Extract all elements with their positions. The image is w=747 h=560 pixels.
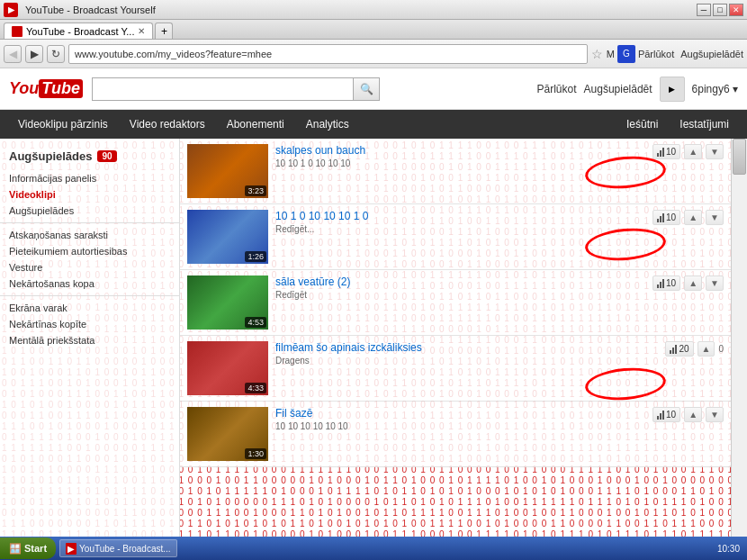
video-thumbnail[interactable]: 4:53	[187, 275, 268, 330]
thumbsdown-button[interactable]: ▼	[706, 144, 724, 159]
video-meta: Redīgēt...	[275, 224, 645, 234]
sidebar: Augšupielādes 90 Informācijas panelis Vi…	[0, 139, 180, 560]
window-controls[interactable]: ─ □ ✕	[697, 4, 743, 16]
sidebar-badge: 90	[97, 150, 116, 162]
taskbar: 🪟 Start ▶ YouTube - Broadcast... 10:30	[0, 537, 747, 560]
sidebar-item-nekartinas[interactable]: Nekārtīnas kopīte	[0, 316, 179, 332]
thumbsdown-button[interactable]: ▼	[706, 407, 724, 422]
tab-close-button[interactable]: ✕	[138, 26, 145, 36]
thumbsdown-button[interactable]: ▼	[706, 210, 724, 225]
thumbsdown-button[interactable]: ▼	[706, 275, 724, 291]
video-row: 4:53 sāla veatūre (2) Redīgēt 10 ▲ ▼	[180, 270, 731, 336]
taskbar-yt-icon: ▶	[66, 543, 76, 555]
sidebar-item-mentala[interactable]: Mentālā priekšstata	[0, 332, 179, 348]
thumbsup-button[interactable]: ▲	[684, 407, 702, 422]
sidebar-item-info[interactable]: Informācijas panelis	[0, 170, 179, 186]
analytics-icon	[657, 148, 664, 157]
nav-video-redaktors[interactable]: Video redaktors	[119, 110, 216, 139]
browser-tab[interactable]: YouTube - Broadcast Y... ✕	[4, 23, 153, 39]
thumbsup-button[interactable]: ▲	[684, 210, 702, 225]
analytics-icon	[657, 411, 664, 420]
video-title[interactable]: sāla veatūre (2)	[275, 275, 645, 288]
browser-icon[interactable]: G	[617, 45, 635, 63]
nav-iestatijumi[interactable]: Iestatījumi	[669, 110, 740, 139]
nav-iesutni[interactable]: Ieśūtni	[616, 110, 669, 139]
sidebar-item-videoklipi[interactable]: Videoklipi	[0, 186, 179, 203]
sidebar-item-ekrana[interactable]: Ekrāna varak	[0, 300, 179, 316]
thumbsup-button[interactable]: ▲	[698, 341, 716, 357]
video-meta: Redīgēt	[275, 290, 645, 300]
video-thumbnail[interactable]: 1:30	[187, 407, 268, 461]
address-bar[interactable]	[68, 44, 588, 64]
thumbsup-button[interactable]: ▲	[684, 275, 702, 291]
video-meta: 10 10 10 10 10 10	[275, 421, 645, 431]
video-title[interactable]: filmēam šo apinais izckāliksies	[275, 341, 658, 354]
video-duration: 1:26	[245, 251, 266, 262]
analytics-button[interactable]: 20	[665, 341, 693, 357]
taskbar-items: ▶ YouTube - Broadcast...	[56, 539, 710, 557]
video-actions: 10 ▲ ▼	[652, 144, 724, 159]
analytics-icon	[657, 279, 664, 288]
youtube-header: You Tube 🔍 Pārlūkot Augšupielādēt ▶ 6pin…	[0, 68, 747, 110]
nav-analytics[interactable]: Analytics	[295, 110, 360, 139]
paarlukot-link[interactable]: Pārlūkot	[537, 83, 577, 95]
video-info: skalpes oun bauch 10 10 1 0 10 10 10	[275, 144, 645, 168]
refresh-button[interactable]: ↻	[47, 45, 65, 63]
analytics-button[interactable]: 10	[652, 275, 680, 291]
sidebar-divider-2	[0, 295, 179, 296]
browser-actions: M G Pārlūkot Augšupielādēt	[607, 45, 743, 63]
video-duration: 4:53	[245, 317, 266, 328]
minimize-button[interactable]: ─	[697, 4, 711, 16]
augsupieladet-link[interactable]: Augšupielādēt	[584, 83, 652, 95]
bookmark-icon[interactable]: ☆	[591, 47, 603, 61]
new-tab-button[interactable]: +	[155, 23, 173, 39]
close-button[interactable]: ✕	[729, 4, 743, 16]
augsupieladet-button[interactable]: Augšupielādēt	[680, 49, 743, 59]
analytics-button[interactable]: 10	[652, 407, 680, 422]
video-thumbnail[interactable]: 4:33	[187, 341, 268, 395]
video-row: 1:30 Fil šazē 10 10 10 10 10 10 10 ▲ ▼	[180, 402, 731, 467]
video-actions: 10 ▲ ▼	[652, 275, 724, 291]
thumbsup-button[interactable]: ▲	[684, 144, 702, 159]
video-duration: 3:23	[245, 185, 266, 196]
analytics-icon	[670, 345, 677, 354]
youtube-logo[interactable]: You Tube	[9, 79, 83, 98]
video-info: sāla veatūre (2) Redīgēt	[275, 275, 645, 300]
taskbar-youtube-item[interactable]: ▶ YouTube - Broadcast...	[59, 539, 177, 557]
sidebar-item-augsupielades[interactable]: Augšupielādes	[0, 203, 179, 219]
video-thumbnail[interactable]: 3:23	[187, 144, 268, 198]
title-bar: ▶ YouTube - Broadcast Yourself ─ □ ✕	[0, 0, 747, 20]
video-title[interactable]: Fil šazē	[275, 407, 645, 420]
sidebar-title: Augšupielādes 90	[0, 146, 179, 170]
nav-videoklipu[interactable]: Videoklipu pārzinis	[7, 110, 119, 139]
search-input[interactable]	[92, 77, 353, 101]
analytics-button[interactable]: 10	[652, 144, 680, 159]
start-icon: 🪟	[9, 543, 22, 555]
forward-button[interactable]: ▶	[25, 45, 43, 63]
start-button[interactable]: 🪟 Start	[0, 537, 56, 559]
sidebar-item-autortiesibas[interactable]: Pieteikumiem autortiesibas	[0, 243, 179, 259]
scrollbar-thumb[interactable]	[733, 139, 746, 175]
sidebar-item-nekartosanas[interactable]: Nekārtošanas kopa	[0, 275, 179, 292]
username-link[interactable]: 6pingy6 ▾	[692, 83, 738, 95]
paarlukot-button[interactable]: Pārlūkot	[638, 49, 674, 59]
nav-right: Ieśūtni Iestatījumi	[616, 110, 740, 139]
maximize-button[interactable]: □	[713, 4, 727, 16]
scrollbar[interactable]	[731, 139, 747, 560]
sidebar-divider-1	[0, 222, 179, 223]
search-button[interactable]: 🔍	[353, 77, 380, 101]
mail-icon[interactable]: M	[607, 49, 615, 59]
user-avatar[interactable]: ▶	[660, 77, 685, 102]
video-thumbnail[interactable]: 1:26	[187, 210, 268, 264]
taskbar-clock: 10:30	[710, 544, 747, 554]
tab-label: YouTube - Broadcast Y...	[26, 26, 134, 37]
sidebar-item-atskanosanas[interactable]: Atskaņošanas saraksti	[0, 227, 179, 243]
sidebar-item-vesture[interactable]: Vesture	[0, 259, 179, 275]
window-title: YouTube - Broadcast Yourself	[22, 5, 697, 15]
analytics-button[interactable]: 10	[652, 210, 680, 225]
video-title[interactable]: skalpes oun bauch	[275, 144, 645, 157]
video-actions: 20 ▲ 0	[665, 341, 724, 357]
video-title[interactable]: 10 1 0 10 10 10 1 0	[275, 210, 645, 222]
back-button[interactable]: ◀	[4, 45, 22, 63]
nav-abonementi[interactable]: Abonementi	[216, 110, 295, 139]
